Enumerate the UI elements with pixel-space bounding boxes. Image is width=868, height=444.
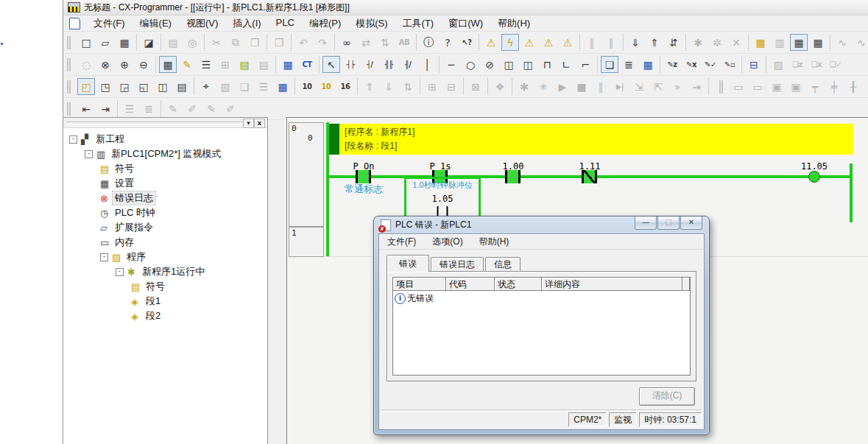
menu-item[interactable]: 文件(F)	[86, 17, 133, 30]
toolbar-grip[interactable]	[67, 102, 68, 116]
toggle-watch-window-button[interactable]: ◲	[116, 78, 133, 95]
contact-105[interactable]	[437, 206, 448, 216]
toolbar-grip[interactable]	[719, 80, 721, 94]
io-multipoint-button[interactable]: ▨	[216, 78, 234, 95]
edit-comment-button[interactable]: ✎	[178, 56, 196, 73]
scan-run-button[interactable]: ⇥	[688, 78, 705, 95]
step-in-button[interactable]: ⇲	[630, 78, 648, 95]
column-header[interactable]: 代码	[446, 278, 495, 291]
column-header[interactable]: 详细内容	[542, 278, 682, 291]
monitor-signed-decimal-button[interactable]: 10	[317, 78, 335, 95]
tree-item[interactable]: ▱扩展指令	[65, 220, 267, 235]
dialog-menu-item[interactable]: 文件(F)	[379, 236, 424, 248]
draw-line-button[interactable]: ∟	[557, 56, 575, 73]
rung-wrap-button[interactable]: ≣	[140, 100, 158, 117]
edit-mode-pen-button[interactable]: ✎	[164, 100, 182, 117]
workspace-header[interactable]: ▾ x	[63, 118, 267, 128]
zoom-out-button[interactable]: ⊖	[135, 56, 152, 73]
menu-item[interactable]: 帮助(H)	[490, 17, 537, 30]
about-button[interactable]: ⓘ	[420, 34, 437, 51]
tree-item[interactable]: ⊗错误日志	[65, 191, 267, 205]
tree-item[interactable]: -▨程序	[65, 250, 267, 264]
edit-original-button[interactable]: ✐	[183, 100, 201, 117]
monitor-window-button[interactable]: ▦	[790, 34, 808, 51]
data-trace-button[interactable]: ▦	[274, 78, 292, 95]
check-options-button[interactable]: ⚠	[521, 34, 538, 51]
show-io-comments-button[interactable]: ⊞	[216, 56, 234, 73]
toolbar-grip[interactable]	[67, 36, 68, 49]
watch-set-button[interactable]: ❏z	[788, 56, 806, 73]
force-on-button[interactable]: ✱	[689, 34, 707, 51]
time-chart-monitor-button[interactable]: ∿	[853, 34, 868, 51]
stop-button[interactable]: ■	[573, 78, 590, 95]
cut-button[interactable]: ✂	[208, 34, 225, 51]
tree-item[interactable]: -▥新PLC1[CPM2*] 监视模式	[65, 147, 267, 161]
clock-view-button[interactable]: ▦	[639, 56, 657, 73]
watch-window-button[interactable]: ▦	[279, 56, 297, 73]
dialog-menu-item[interactable]: 选项(O)	[424, 236, 470, 248]
menu-item[interactable]: 编辑(E)	[133, 17, 179, 30]
new-or-closed-contact-button[interactable]: ╢/	[399, 56, 417, 73]
monitor-sampling-button[interactable]: ▦	[809, 34, 827, 51]
resume-hand-button[interactable]: ✳	[534, 78, 552, 95]
run-button[interactable]: ▶	[554, 78, 571, 95]
toggle-address-window-button[interactable]: ◫	[154, 78, 172, 95]
watch-sheet-button[interactable]: ❏	[236, 78, 253, 95]
output-coil-1105[interactable]	[808, 171, 820, 183]
error-list[interactable]: 项目代码状态详细内容 i 无错误	[392, 277, 691, 376]
compare-with-plc-button[interactable]: ⇵	[665, 34, 682, 51]
zoom-fit-button[interactable]: ◌	[77, 56, 95, 73]
menu-item[interactable]: 视图(V)	[179, 17, 225, 30]
close-icon[interactable]: x	[254, 119, 265, 128]
new-vertical-button[interactable]: │	[418, 56, 436, 73]
open-file-button[interactable]: ▱	[96, 34, 114, 51]
menu-item[interactable]: 插入(I)	[225, 17, 268, 30]
monitor-view-7-button[interactable]: ╂	[844, 78, 862, 95]
program-check-button[interactable]: ⚠	[482, 34, 500, 51]
menu-item[interactable]: 模拟(S)	[348, 17, 395, 30]
dialog-tab[interactable]: 错误	[387, 255, 429, 272]
help-button[interactable]: ?	[439, 34, 456, 51]
properties-button[interactable]: ▤	[173, 78, 191, 95]
clear-button[interactable]: 清除(C)	[639, 387, 695, 406]
step-out-button[interactable]: ⇱	[649, 78, 667, 95]
new-contact-button[interactable]: ┤├	[342, 56, 359, 73]
continuous-step-button[interactable]: »	[668, 78, 686, 95]
upload-from-plc-button[interactable]: ⇑	[646, 34, 663, 51]
tree-item[interactable]: ▤符号	[65, 161, 267, 176]
force-toggle-button[interactable]: ✎✓	[702, 56, 719, 73]
context-help-button[interactable]: ↖?	[458, 34, 476, 51]
io-comment-view-button[interactable]: ≣	[620, 56, 638, 73]
column-header[interactable]: 项目	[393, 278, 446, 291]
minimize-button[interactable]: —	[635, 216, 657, 230]
transfer-program-button[interactable]: ⊞	[423, 78, 441, 95]
tree-item[interactable]: ▭内存	[65, 235, 267, 250]
redo-button[interactable]: ↷	[314, 34, 331, 51]
contact-100[interactable]	[505, 170, 521, 183]
watch-check-button[interactable]: ❏✓	[827, 56, 844, 73]
undo-button[interactable]: ↶	[294, 34, 312, 51]
new-instruction-button[interactable]: ◫	[500, 56, 518, 73]
expander-icon[interactable]: -	[69, 135, 77, 144]
monitor-view-2-button[interactable]: ▭	[749, 78, 766, 95]
dialog-menu-item[interactable]: 帮助(H)	[471, 236, 518, 248]
maximize-button[interactable]: □	[657, 216, 680, 230]
monitor-decimal-button[interactable]: 10	[298, 78, 316, 95]
check-list-button[interactable]: ☰	[255, 78, 272, 95]
paste-rung-button[interactable]: ❒	[270, 34, 288, 51]
zoom-custom-button[interactable]: ⊗	[96, 56, 114, 73]
binary-monitor-button[interactable]: ⊟	[745, 56, 763, 73]
force-reset-button[interactable]: ✎x	[682, 56, 700, 73]
new-pv-instruction-button[interactable]: ◫	[519, 56, 537, 73]
change-all-button[interactable]: ⇅	[376, 34, 394, 51]
show-grid-button[interactable]: ▦	[159, 56, 177, 73]
online-edit-button[interactable]: ϟ	[501, 34, 519, 51]
tree-item[interactable]: ◈段1	[65, 294, 267, 309]
menu-item[interactable]: PLC	[269, 17, 302, 30]
local-symbols-button[interactable]: ▤	[255, 56, 272, 73]
find-button[interactable]: ∞	[338, 34, 356, 51]
show-rung-comments-button[interactable]: ☰	[197, 56, 215, 73]
step-run-button[interactable]: ▶|	[611, 78, 629, 95]
symbols-table-button[interactable]: ▤	[236, 56, 253, 73]
menu-item[interactable]: 工具(T)	[395, 17, 442, 30]
